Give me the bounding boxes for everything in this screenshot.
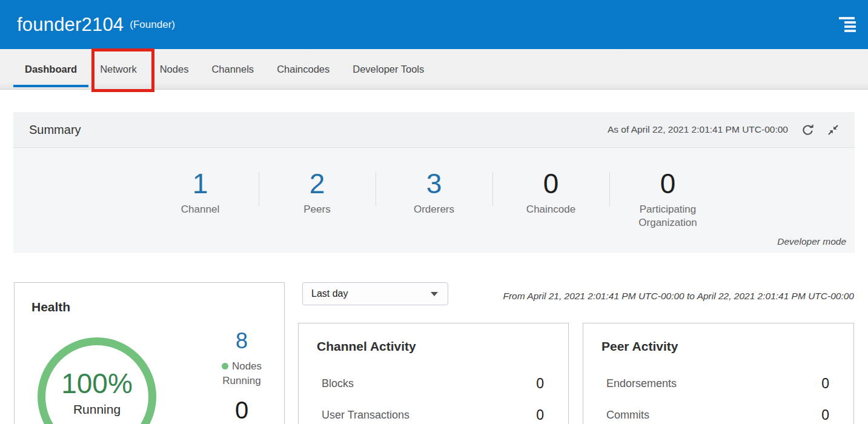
stat-channel: 1 Channel (142, 170, 259, 216)
peer-activity-row-endorsements: Endorsements 0 (601, 376, 829, 392)
summary-body: 1 Channel 2 Peers 3 Orderers 0 Chaincode… (13, 148, 855, 252)
tab-chaincodes[interactable]: Chaincodes (265, 49, 341, 89)
summary-header: Summary As of April 22, 2021 2:01:41 PM … (13, 112, 855, 148)
summary-header-right: As of April 22, 2021 2:01:41 PM UTC-00:0… (608, 124, 839, 136)
page-title: founder2104 (17, 14, 124, 36)
peer-activity-rows: Endorsements 0 Commits 0 (601, 376, 829, 423)
health-title: Health (31, 300, 70, 314)
commits-label: Commits (606, 409, 649, 422)
menu-icon[interactable] (839, 16, 856, 33)
blocks-value: 0 (536, 376, 544, 392)
channel-activity-card: Channel Activity Blocks 0 User Transacti… (298, 323, 569, 424)
stat-participating-organization: 0 Participating Organization (610, 170, 726, 230)
tab-developer-tools[interactable]: Developer Tools (341, 49, 436, 89)
channel-activity-row-user-transactions: User Transactions 0 (317, 407, 544, 423)
chevron-down-icon (431, 292, 438, 296)
stat-peers: 2 Peers (259, 170, 376, 216)
user-transactions-label: User Transactions (322, 409, 409, 422)
stat-orderers: 3 Orderers (376, 170, 492, 216)
stat-chaincode-label: Chaincode (493, 203, 609, 216)
menu-icon-bar (844, 25, 856, 28)
channel-activity-title: Channel Activity (317, 339, 544, 354)
collapse-icon[interactable] (827, 124, 839, 136)
time-range-select[interactable]: Last day (302, 282, 448, 305)
stat-peers-value: 2 (259, 170, 376, 197)
health-card: Health 100% Running 8 Nodes Running 0 (14, 282, 285, 424)
health-secondary-value: 0 (202, 398, 281, 422)
app-header: founder2104 (Founder) (0, 0, 868, 49)
stat-orderers-label: Orderers (376, 203, 492, 216)
tab-bar: Dashboard Network Nodes Channels Chainco… (0, 49, 868, 90)
peer-activity-title: Peer Activity (601, 339, 829, 354)
health-percent-label: Running (45, 402, 148, 417)
stat-chaincode-value: 0 (493, 170, 609, 197)
endorsements-label: Endorsements (606, 377, 677, 390)
health-percent-value: 100% (45, 368, 148, 399)
tab-network[interactable]: Network (88, 49, 148, 89)
blocks-label: Blocks (322, 377, 354, 390)
developer-mode-label: Developer mode (777, 236, 846, 247)
channel-activity-rows: Blocks 0 User Transactions 0 (317, 376, 544, 423)
summary-panel: Summary As of April 22, 2021 2:01:41 PM … (13, 112, 855, 253)
tab-nodes[interactable]: Nodes (148, 49, 200, 89)
peer-activity-row-commits: Commits 0 (601, 407, 829, 423)
stat-channel-value: 1 (142, 170, 259, 197)
health-side-stats: 8 Nodes Running 0 (202, 330, 281, 422)
time-range-selected-value: Last day (311, 288, 348, 299)
stat-participating-organization-value: 0 (610, 170, 726, 197)
stat-orderers-value: 3 (376, 170, 492, 197)
stat-channel-label: Channel (142, 203, 259, 216)
stat-peers-label: Peers (259, 203, 376, 216)
user-transactions-value: 0 (536, 407, 544, 423)
menu-icon-bar (844, 30, 856, 32)
stat-chaincode: 0 Chaincode (493, 170, 609, 216)
menu-icon-bar (844, 21, 856, 24)
tab-channels[interactable]: Channels (200, 49, 265, 89)
menu-icon-bar (839, 17, 855, 19)
nodes-running-value: 8 (202, 330, 281, 352)
stat-participating-organization-label: Participating Organization (610, 203, 726, 230)
refresh-icon[interactable] (801, 124, 814, 136)
as-of-timestamp: As of April 22, 2021 2:01:41 PM UTC-00:0… (608, 124, 788, 135)
channel-activity-row-blocks: Blocks 0 (317, 376, 544, 392)
green-status-dot-icon (222, 363, 228, 369)
endorsements-value: 0 (821, 376, 829, 392)
summary-title: Summary (29, 123, 81, 137)
nodes-running-label: Nodes Running (202, 359, 281, 388)
summary-stats-row: 1 Channel 2 Peers 3 Orderers 0 Chaincode… (13, 148, 855, 230)
commits-value: 0 (821, 407, 829, 423)
page-subtitle: (Founder) (130, 19, 175, 31)
health-ring-gauge: 100% Running (38, 337, 156, 424)
tab-dashboard[interactable]: Dashboard (13, 49, 88, 89)
peer-activity-card: Peer Activity Endorsements 0 Commits 0 (583, 323, 854, 424)
time-range-text: From April 21, 2021 2:01:41 PM UTC-00:00… (503, 291, 854, 302)
